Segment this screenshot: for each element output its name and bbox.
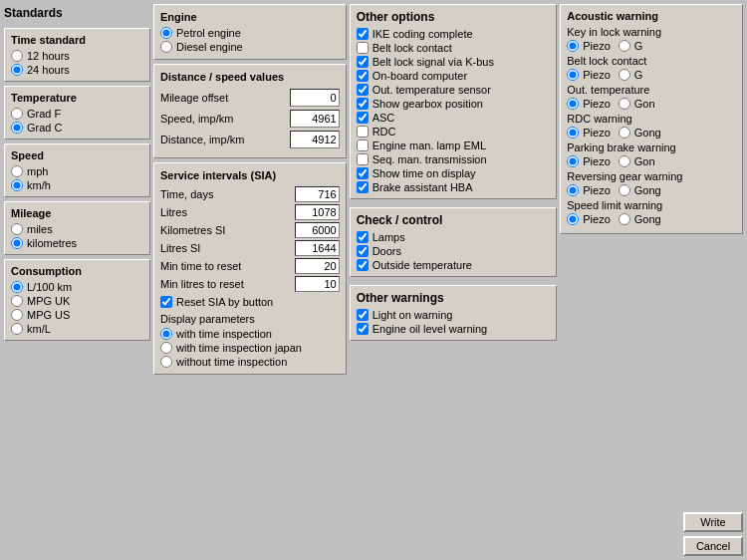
check-brake-assistant[interactable]: Brake assistant HBA <box>357 181 551 193</box>
radio-gradf[interactable]: Grad F <box>11 108 143 120</box>
radio-l100km[interactable]: L/100 km <box>11 281 143 293</box>
check-belt-lock-signal[interactable]: Belt lock signal via K-bus <box>357 56 551 68</box>
standards-header: Standards <box>4 4 150 24</box>
sia-row-0: Time, days <box>160 186 340 202</box>
distance-row-1: Speed, imp/km <box>160 110 340 128</box>
distance-section: Distance / speed values Mileage offset S… <box>153 64 347 158</box>
display-params: Display parameters with time inspection … <box>160 313 340 368</box>
distance-label-1: Speed, imp/km <box>160 113 290 125</box>
sia-label-4: Min time to reset <box>160 260 295 272</box>
cancel-button[interactable]: Cancel <box>683 536 743 556</box>
check-control-section: Check / control Lamps Doors Outside temp… <box>350 207 558 277</box>
radio-belt-g[interactable]: G <box>619 69 643 81</box>
check-engine-lamp[interactable]: Engine man. lamp EML <box>357 140 551 151</box>
radio-petrol[interactable]: Petrol engine <box>160 27 340 39</box>
distance-input-0[interactable] <box>290 89 340 107</box>
distance-input-2[interactable] <box>290 131 340 148</box>
distance-label-0: Mileage offset <box>160 92 290 104</box>
radio-key-g[interactable]: G <box>619 40 643 52</box>
check-seq-man[interactable]: Seq. man. transmission <box>357 153 551 165</box>
sia-row-2: Kilometres SI <box>160 222 340 238</box>
radio-rdc-gong[interactable]: Gong <box>619 127 661 139</box>
other-options-title: Other options <box>357 10 551 24</box>
check-lamps[interactable]: Lamps <box>357 231 551 243</box>
acoustic-reversing-gear: Reversing gear warning Piezo Gong <box>567 170 736 196</box>
reset-row: Reset SIA by button <box>160 296 340 308</box>
sia-row-5: Min litres to reset <box>160 276 340 292</box>
radio-miles[interactable]: miles <box>11 223 143 235</box>
radio-diesel[interactable]: Diesel engine <box>160 41 340 53</box>
engine-group: Petrol engine Diesel engine <box>160 27 340 53</box>
radio-without-time-inspection[interactable]: without time inspection <box>160 356 340 368</box>
radio-kmh[interactable]: km/h <box>11 179 143 191</box>
check-belt-lock-contact[interactable]: Belt lock contact <box>357 42 551 54</box>
check-on-board-computer[interactable]: On-board computer <box>357 70 551 82</box>
engine-title: Engine <box>160 11 340 23</box>
check-asc[interactable]: ASC <box>357 112 551 124</box>
check-show-time[interactable]: Show time on display <box>357 167 551 179</box>
acoustic-title: Acoustic warning <box>567 10 736 22</box>
consumption-label: Consumption <box>11 265 143 277</box>
check-outside-temp[interactable]: Outside temperature <box>357 259 551 271</box>
write-button[interactable]: Write <box>683 512 743 532</box>
radio-outtemp-gon[interactable]: Gon <box>619 98 655 110</box>
radio-gradc[interactable]: Grad C <box>11 122 143 134</box>
radio-parking-piezo[interactable]: Piezo <box>567 155 611 167</box>
distance-row-2: Distance, imp/km <box>160 131 340 148</box>
display-options-group: with time inspection with time inspectio… <box>160 328 340 368</box>
check-light-on-warning[interactable]: Light on warning <box>357 309 551 321</box>
distance-row-0: Mileage offset <box>160 89 340 107</box>
temperature-label: Temperature <box>11 92 143 104</box>
mileage-group: miles kilometres <box>11 223 143 249</box>
check-out-temperature[interactable]: Out. temperature sensor <box>357 84 551 96</box>
other-warnings-title: Other warnings <box>357 291 551 305</box>
check-show-gearbox[interactable]: Show gearbox position <box>357 98 551 110</box>
check-control-title: Check / control <box>357 213 551 227</box>
radio-mpguk[interactable]: MPG UK <box>11 295 143 307</box>
radio-reversing-gong[interactable]: Gong <box>619 184 661 196</box>
sia-input-1[interactable] <box>295 204 340 220</box>
check-rdc[interactable]: RDC <box>357 126 551 138</box>
distance-title: Distance / speed values <box>160 71 340 83</box>
sia-input-3[interactable] <box>295 240 340 256</box>
radio-reversing-piezo[interactable]: Piezo <box>567 184 611 196</box>
acoustic-rdc-warning: RDC warning Piezo Gong <box>567 113 736 139</box>
reset-label: Reset SIA by button <box>176 296 273 308</box>
radio-rdc-piezo[interactable]: Piezo <box>567 127 611 139</box>
mileage-label: Mileage <box>11 207 143 219</box>
acoustic-section: Acoustic warning Key in lock warning Pie… <box>560 4 743 234</box>
radio-mph[interactable]: mph <box>11 165 143 177</box>
check-doors[interactable]: Doors <box>357 245 551 257</box>
radio-with-time-inspection-japan[interactable]: with time inspection japan <box>160 342 340 354</box>
radio-with-time-inspection[interactable]: with time inspection <box>160 328 340 340</box>
radio-outtemp-piezo[interactable]: Piezo <box>567 98 611 110</box>
radio-12hours[interactable]: 12 hours <box>11 50 143 62</box>
sia-input-0[interactable] <box>295 186 340 202</box>
check-ike-coding[interactable]: IKE coding complete <box>357 28 551 40</box>
sia-label-0: Time, days <box>160 188 295 200</box>
reset-checkbox[interactable] <box>160 296 172 308</box>
radio-24hours[interactable]: 24 hours <box>11 64 143 76</box>
radio-kilometres[interactable]: kilometres <box>11 237 143 249</box>
sia-input-5[interactable] <box>295 276 340 292</box>
time-standard-label: Time standard <box>11 34 143 46</box>
sia-input-4[interactable] <box>295 258 340 274</box>
radio-belt-piezo[interactable]: Piezo <box>567 69 611 81</box>
radio-parking-gon[interactable]: Gon <box>619 155 655 167</box>
radio-key-piezo[interactable]: Piezo <box>567 40 611 52</box>
radio-mpgus[interactable]: MPG US <box>11 309 143 321</box>
sia-label-5: Min litres to reset <box>160 278 295 290</box>
consumption-section: Consumption L/100 km MPG UK MPG US km/L <box>4 259 150 341</box>
time-standard-group: 12 hours 24 hours <box>11 50 143 76</box>
radio-speed-gong[interactable]: Gong <box>619 213 661 225</box>
distance-label-2: Distance, imp/km <box>160 134 290 145</box>
acoustic-parking-brake: Parking brake warning Piezo Gon <box>567 141 736 167</box>
sia-row-1: Litres <box>160 204 340 220</box>
radio-speed-piezo[interactable]: Piezo <box>567 213 611 225</box>
display-params-title: Display parameters <box>160 313 340 325</box>
radio-kml[interactable]: km/L <box>11 323 143 335</box>
sia-row-4: Min time to reset <box>160 258 340 274</box>
sia-input-2[interactable] <box>295 222 340 238</box>
distance-input-1[interactable] <box>290 110 340 128</box>
check-engine-oil-warning[interactable]: Engine oil level warning <box>357 323 551 335</box>
